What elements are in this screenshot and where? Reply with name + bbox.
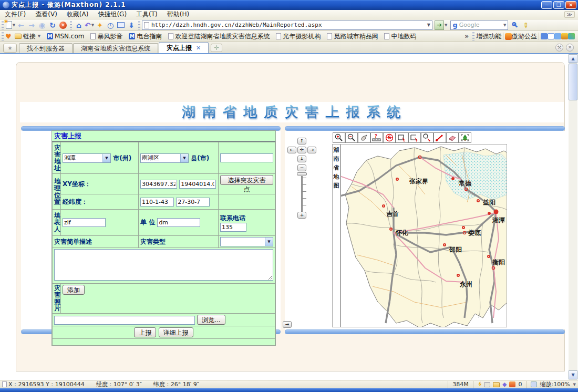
scroll-down-icon[interactable]: ▼ [569,370,577,379]
map-draw-point-icon[interactable] [434,132,446,143]
pan-down-button[interactable]: ↓ [297,156,306,162]
pan-right-button[interactable]: → [307,147,316,153]
phone-input[interactable] [220,223,246,232]
notes-icon[interactable] [554,33,561,39]
tab-hunan-disaster-info[interactable]: 湖南省地质灾害信息系统 [73,43,158,53]
minimize-button[interactable]: ─ [541,1,552,9]
plugin-diamond-icon[interactable]: ◆ [502,381,507,388]
bookmark-item[interactable]: 暴风影音 [87,32,126,41]
skin-icon[interactable] [568,33,575,39]
pan-left-button[interactable]: ← [287,147,296,153]
frames-icon[interactable] [116,20,126,30]
panel-collapse-arrow-button[interactable]: → [283,321,292,328]
map-pan-hand-icon[interactable] [358,132,370,143]
map-select-rect-icon[interactable] [396,132,408,143]
map-clear-selection-icon[interactable]: S [383,132,396,143]
pan-center-button[interactable]: ✛ [297,147,306,153]
tab-server-not-found[interactable]: 找不到服务器 [19,43,73,53]
undo-button[interactable]: ↶▼ [84,20,95,30]
bookmark-msn[interactable]: M MSN.com [44,33,87,40]
windows-cascade-icon[interactable] [484,382,490,387]
home-button[interactable]: ⌂ [74,20,84,30]
map-measure-icon[interactable]: ? [370,132,383,143]
tab-close-all-icon[interactable]: ✕ [566,44,574,51]
search-placeholder[interactable]: Google [459,22,503,28]
search-engine-dropdown-icon[interactable]: ▼ [503,23,506,27]
map-zoom-to-selection-icon[interactable] [421,132,434,143]
window-split-icon[interactable] [548,33,554,39]
downloads-folder-icon[interactable] [493,382,500,387]
menu-view[interactable]: 查看(V) [30,9,62,19]
tab-close-icon[interactable]: ✕ [196,45,201,51]
search-box[interactable]: g Google ▼ [450,20,508,30]
go-button[interactable]: ➔ [435,20,444,30]
tab-disaster-report-active[interactable]: 灾点上报 ✕ [159,42,209,53]
map-legend-tree-icon[interactable] [459,132,471,143]
bookmark-item[interactable]: 中地数码 [381,32,419,41]
charity-chicken-icon[interactable] [505,33,512,40]
bookmarks-overflow-icon[interactable]: » [462,33,471,40]
photo-file-input[interactable] [54,316,195,325]
zoom-slider-handle[interactable] [297,172,307,176]
disaster-type-select[interactable]: ▼ [220,237,273,246]
x-coordinate-input[interactable] [140,180,177,189]
favorites-heart-icon[interactable]: ♥ [5,33,12,40]
go-dropdown-icon[interactable]: ▼ [445,23,447,27]
detail-report-button[interactable]: 详细上报 [159,327,193,337]
blocked-popup-icon[interactable] [509,381,515,387]
stop-button[interactable]: ✕ [58,20,68,30]
y-coordinate-input[interactable] [179,180,216,189]
menu-groups[interactable]: 快捷组(G) [93,9,131,19]
close-button[interactable]: ✕ [565,1,576,9]
submit-report-button[interactable]: 上报 [134,327,156,337]
zoom-level[interactable]: 缩放:100% [540,380,570,388]
magic-wand-icon[interactable]: ✦ [95,20,105,30]
unit-input[interactable] [157,218,200,227]
latitude-input[interactable] [176,198,210,207]
county-select[interactable]: 雨湖区▼ [140,153,189,163]
new-tab-button[interactable]: ✱▼ [5,20,16,30]
tab-tools-wrench-icon[interactable]: ⚒︎ [555,44,563,51]
map-zoom-in-icon[interactable] [333,132,345,143]
toolbar-overflow-chevron-icon[interactable]: ≫ [564,11,575,18]
v-badge-icon[interactable] [561,33,568,39]
boost-lightning-icon[interactable]: ϟ [478,381,481,388]
zoom-dropdown-icon[interactable]: ▼ [573,383,576,387]
bookmark-item[interactable]: 欢迎登陆湖南省地质灾害信息系统 [165,32,273,41]
menu-file[interactable]: 文件(F) [0,9,30,19]
restore-button[interactable]: ❐ [553,1,564,9]
charity-link[interactable]: 傲游公益 [512,32,537,41]
map-zoom-out-icon[interactable] [345,132,358,143]
history-clock-icon[interactable]: ◷ [105,20,116,30]
map-eraser-icon[interactable] [446,132,459,143]
address-dropdown-icon[interactable]: ▼ [427,23,430,27]
map-canvas[interactable]: 张家界常德益阳湘潭吉首怀化娄底邵阳衡阳永州 [340,144,507,327]
refresh-button[interactable]: ↻ [47,20,58,30]
menu-favorites[interactable]: 收藏(A) [62,9,94,19]
back-button[interactable]: ← [16,20,26,30]
description-textarea[interactable] [54,249,273,281]
address-detail-input[interactable] [220,153,273,162]
city-select[interactable]: 湘潭▼ [63,153,111,163]
zoom-out-step-button[interactable]: − [297,164,306,171]
menu-help[interactable]: 帮助(H) [162,9,194,19]
menu-tools[interactable]: 工具(T) [131,9,162,19]
filler-name-input[interactable] [63,218,106,227]
scroll-up-icon[interactable]: ▲ [569,54,577,63]
pan-up-button[interactable]: ↑ [297,138,306,145]
tab-list-star-icon[interactable]: ★ [3,44,17,53]
pick-disaster-point-button[interactable]: 选择突发灾害点 [220,175,273,185]
history-dropdown-icon[interactable]: ◉ [37,20,47,30]
bookmark-item[interactable]: 觅路城市精品网 [324,32,381,41]
resize-page-icon[interactable] [531,381,537,387]
download-button[interactable]: ⇟ [126,20,137,30]
forward-button[interactable]: → [26,20,37,30]
longitude-input[interactable] [140,198,174,207]
highlighter-icon[interactable]: ✎ [519,17,533,32]
address-url[interactable]: http://dzzh.hndh.gov.cn/dzzhWeb/MainRepo… [151,22,427,28]
bookmark-item[interactable]: M 电台指南 [126,32,165,41]
map-deselect-rect-icon[interactable] [408,132,421,143]
messenger-icon[interactable] [541,33,548,39]
browse-button[interactable]: 浏览... [197,315,225,325]
bookmark-item[interactable]: 光年摄影机构 [273,32,324,41]
